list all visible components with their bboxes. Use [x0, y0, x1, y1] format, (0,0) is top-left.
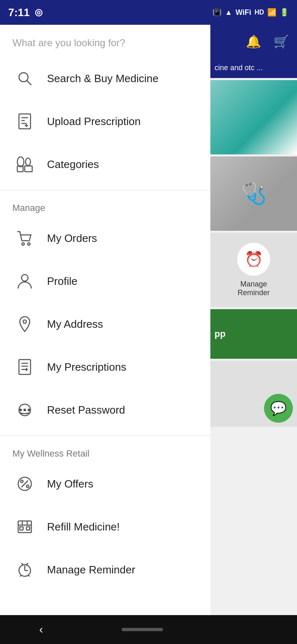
status-bar-left: 7:11 ◎: [8, 6, 42, 19]
divider-2: [0, 436, 210, 436]
right-background-content: 🔔 🛒 cine and otc ... 🩺 ⏰ ManageReminder …: [210, 25, 297, 644]
svg-point-29: [26, 485, 29, 488]
reminder-icon: [12, 557, 37, 582]
password-icon: [12, 398, 37, 422]
manage-menu-section: My Orders Profile My Address: [0, 217, 210, 431]
my-offers-label: My Offers: [47, 478, 93, 490]
svg-line-40: [26, 563, 28, 565]
whatsapp-button[interactable]: 💬: [264, 394, 293, 423]
menu-item-my-address[interactable]: My Address: [0, 303, 210, 346]
top-menu-section: Search & Buy Medicine Upload Prescriptio…: [0, 57, 210, 186]
time-display: 7:11: [8, 6, 30, 19]
svg-point-0: [19, 73, 28, 82]
svg-rect-35: [26, 527, 30, 530]
address-location-icon: [12, 312, 37, 336]
menu-item-reset-password[interactable]: Reset Password: [0, 388, 210, 431]
svg-point-24: [24, 409, 26, 411]
my-address-label: My Address: [47, 318, 103, 331]
svg-point-13: [28, 243, 30, 245]
svg-point-11: [26, 158, 31, 166]
menu-item-refill-medicine[interactable]: Refill Medicine!: [0, 505, 210, 548]
wifi-icon: ▲: [225, 8, 232, 17]
notification-icon[interactable]: 🔔: [246, 34, 261, 49]
my-orders-label: My Orders: [47, 232, 97, 245]
search-icon: [12, 66, 37, 91]
battery-icon: 🔋: [280, 8, 289, 17]
search-buy-label: Search & Buy Medicine: [47, 72, 158, 85]
svg-point-15: [23, 320, 26, 323]
status-bar-right: 📳 ▲ WiFi HD 📶 🔋: [212, 8, 289, 17]
manage-section-title: Manage: [0, 194, 210, 217]
menu-item-my-prescriptions[interactable]: My Prescriptions: [0, 346, 210, 388]
svg-point-25: [28, 409, 30, 411]
svg-line-1: [27, 80, 31, 85]
reset-password-label: Reset Password: [47, 404, 125, 417]
prescription-upload-icon: [12, 109, 37, 134]
circle-icon: ◎: [35, 7, 42, 18]
wifi-signal-icon: WiFi: [236, 8, 251, 17]
reminder-label: ManageReminder: [238, 280, 270, 297]
menu-item-categories[interactable]: Categories: [0, 143, 210, 186]
manage-reminder-label: Manage Reminder: [47, 564, 135, 576]
svg-line-41: [20, 575, 21, 576]
svg-rect-2: [19, 114, 31, 129]
hd-icon: HD: [255, 9, 264, 16]
refill-icon: [12, 514, 37, 539]
wellness-menu-section: My Offers Refill Medicine!: [0, 462, 210, 591]
signal-icon: 📶: [267, 8, 276, 17]
svg-rect-16: [19, 360, 31, 374]
menu-item-search-buy[interactable]: Search & Buy Medicine: [0, 57, 210, 100]
svg-line-39: [21, 563, 23, 565]
reminder-clock-icon: ⏰: [237, 243, 270, 276]
reminder-block: ⏰ ManageReminder: [210, 233, 297, 307]
right-header: 🔔 🛒: [210, 25, 297, 58]
my-prescriptions-label: My Prescriptions: [47, 361, 126, 374]
menu-item-upload-prescription[interactable]: Upload Prescription: [0, 100, 210, 143]
categories-icon: [12, 152, 37, 177]
wellness-section-title: My Wellness Retail: [0, 440, 210, 462]
svg-point-14: [21, 275, 28, 281]
menu-item-my-orders[interactable]: My Orders: [0, 217, 210, 260]
drawer-header: What are you looking for?: [0, 25, 210, 57]
svg-point-12: [22, 243, 24, 245]
upload-prescription-label: Upload Prescription: [47, 115, 141, 128]
navigation-drawer: What are you looking for? Search & Buy M…: [0, 25, 210, 644]
svg-point-10: [17, 157, 24, 167]
svg-rect-34: [20, 527, 23, 530]
vibrate-icon: 📳: [212, 8, 222, 17]
status-bar: 7:11 ◎ 📳 ▲ WiFi HD 📶 🔋: [0, 0, 297, 25]
menu-item-manage-reminder[interactable]: Manage Reminder: [0, 548, 210, 591]
svg-line-42: [28, 575, 30, 576]
stethoscope-image: 🩺: [210, 156, 297, 231]
svg-point-28: [21, 480, 23, 483]
offers-icon: [12, 471, 37, 496]
green-promo-banner: pp: [210, 309, 297, 359]
profile-icon: [12, 269, 37, 294]
whatsapp-area: 💬: [210, 361, 297, 427]
bottom-navigation: ‹: [0, 615, 297, 644]
top-promo-image: [210, 80, 297, 154]
cart-icon[interactable]: 🛒: [273, 34, 289, 49]
right-banner: cine and otc ...: [210, 58, 297, 78]
back-button[interactable]: ‹: [39, 623, 43, 636]
profile-label: Profile: [47, 275, 78, 288]
categories-label: Categories: [47, 158, 99, 171]
prescriptions-icon: [12, 355, 37, 379]
divider-1: [0, 190, 210, 190]
menu-item-profile[interactable]: Profile: [0, 260, 210, 303]
menu-item-my-offers[interactable]: My Offers: [0, 462, 210, 505]
refill-medicine-label: Refill Medicine!: [47, 521, 120, 533]
home-indicator[interactable]: [122, 628, 163, 631]
orders-cart-icon: [12, 226, 37, 251]
svg-rect-9: [25, 166, 32, 172]
svg-point-23: [20, 409, 21, 411]
svg-line-27: [21, 481, 28, 487]
